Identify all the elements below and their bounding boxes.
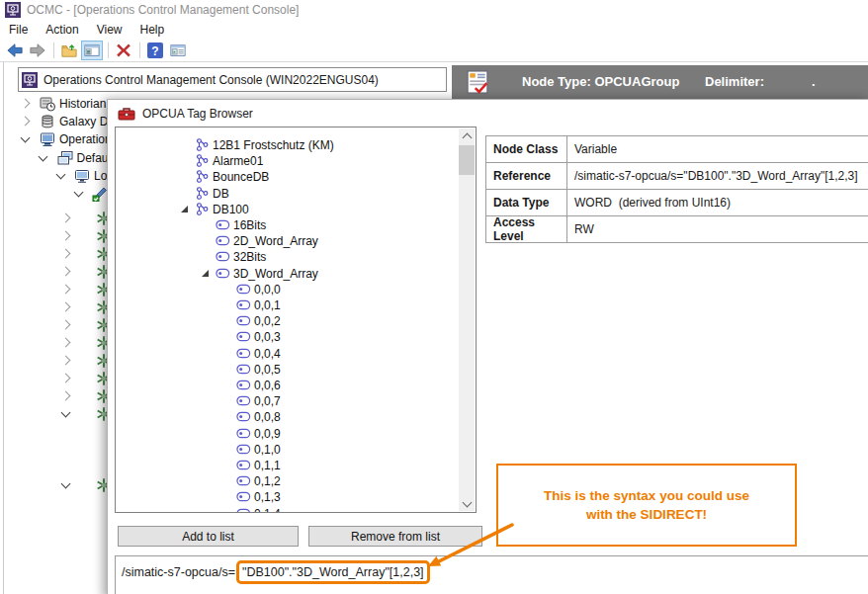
- console-root-label: Operations Control Management Console (W…: [43, 73, 379, 87]
- tag-tree-item[interactable]: 0,0,9: [116, 426, 458, 442]
- tag-tree-item[interactable]: 3D_Word_Array: [116, 266, 458, 282]
- chevron-right-icon[interactable]: [61, 356, 71, 366]
- chevron-down-icon[interactable]: [61, 479, 71, 489]
- chevron-right-icon[interactable]: [61, 285, 71, 295]
- tag-tree-item[interactable]: 0,0,4: [116, 346, 458, 362]
- tag-tree-item-label: BounceDB: [213, 170, 269, 184]
- menu-item-action[interactable]: Action: [37, 21, 87, 39]
- show-properties-icon[interactable]: [81, 41, 103, 60]
- chevron-right-icon[interactable]: [61, 391, 71, 401]
- menu-item-file[interactable]: File: [0, 21, 37, 39]
- chevron-right-icon[interactable]: [61, 249, 71, 259]
- tag-tree-item-label: 0,0,3: [254, 330, 281, 344]
- property-value: WORD (derived from UInt16): [567, 190, 868, 215]
- console-root-node[interactable]: Operations Control Management Console (W…: [18, 67, 447, 92]
- forward-icon[interactable]: [27, 41, 48, 60]
- menu-bar: FileActionViewHelp: [0, 20, 868, 40]
- tag-tree-item-label: DB: [213, 187, 229, 201]
- tree-item-label: Historian: [59, 97, 106, 111]
- chevron-down-icon[interactable]: [21, 133, 31, 143]
- opcua-tag-icon: [236, 363, 251, 376]
- tag-tree-item[interactable]: DB: [116, 186, 458, 202]
- tag-tree-item-label: 0,0,6: [254, 379, 281, 392]
- property-value: RW: [567, 216, 868, 242]
- chevron-down-icon[interactable]: [74, 188, 84, 198]
- tag-tree-panel[interactable]: 12B1 Frostschutz (KM)Alarme01BounceDBDBD…: [115, 127, 477, 513]
- tag-tree-item-label: 32Bits: [233, 250, 266, 264]
- tag-tree-item[interactable]: 0,1,1: [116, 458, 458, 473]
- tag-tree-item[interactable]: BounceDB: [116, 169, 458, 185]
- ocmc-app-icon: [5, 2, 21, 18]
- chevron-right-icon[interactable]: [61, 213, 71, 223]
- tag-tree-item[interactable]: 32Bits: [116, 249, 458, 265]
- chevron-right-icon[interactable]: [61, 267, 71, 277]
- tag-tree-item[interactable]: 0,1,3: [116, 489, 458, 505]
- tag-tree-item[interactable]: 0,0,5: [116, 362, 458, 378]
- tag-tree-item[interactable]: 0,1,2: [116, 473, 458, 489]
- chevron-down-icon[interactable]: [61, 408, 71, 418]
- property-name: Reference: [486, 163, 567, 189]
- add-to-list-button[interactable]: Add to list: [118, 526, 299, 547]
- node-properties-table: Node ClassVariableReference/simatic-s7-o…: [485, 135, 868, 243]
- property-row: Data TypeWORD (derived from UInt16): [486, 190, 868, 216]
- opcua-tag-icon: [236, 459, 251, 471]
- tag-tree-item[interactable]: 0,1,0: [116, 442, 458, 458]
- tag-tree-item[interactable]: 2D_Word_Array: [116, 233, 458, 249]
- delimiter-label: Delimiter:: [705, 74, 764, 89]
- help-icon[interactable]: ?: [144, 41, 166, 60]
- tag-tree-item[interactable]: 0,0,2: [116, 313, 458, 329]
- expanded-triangle-icon[interactable]: [202, 270, 209, 277]
- chevron-right-icon[interactable]: [21, 117, 31, 127]
- expanded-triangle-icon[interactable]: [181, 206, 188, 212]
- chevron-right-icon[interactable]: [61, 302, 71, 312]
- tag-tree-item[interactable]: DB100: [116, 202, 458, 217]
- node-type-bar: Node Type: OPCUAGroup Delimiter: .: [452, 65, 868, 99]
- tag-tree-item-label: 0,0,7: [254, 394, 281, 408]
- back-icon[interactable]: [4, 41, 26, 60]
- chevron-right-icon[interactable]: [61, 231, 71, 241]
- tag-tree-item-label: 0,0,8: [254, 410, 281, 424]
- scroll-up-icon[interactable]: [459, 128, 475, 143]
- chevron-down-icon[interactable]: [56, 170, 66, 180]
- opcua-tag-icon: [236, 347, 251, 360]
- tag-tree-item[interactable]: 0,0,6: [116, 378, 458, 393]
- tag-tree-item[interactable]: 0,0,1: [116, 297, 458, 313]
- scrollbar-thumb[interactable]: [459, 145, 475, 175]
- tag-tree-item[interactable]: 0,0,3: [116, 329, 458, 345]
- chevron-right-icon[interactable]: [61, 338, 71, 348]
- chevron-down-icon[interactable]: [39, 152, 48, 162]
- property-row: Access LevelRW: [486, 216, 868, 243]
- delete-icon[interactable]: [113, 41, 134, 60]
- export-list-icon[interactable]: [58, 41, 80, 60]
- reference-highlight-annotation: "DB100"."3D_Word_Array"[1,2,3]: [236, 560, 430, 584]
- opcua-group-icon: [195, 187, 210, 200]
- opcua-tag-icon: [236, 330, 251, 343]
- tag-tree-item[interactable]: Alarme01: [116, 153, 458, 169]
- menu-item-view[interactable]: View: [88, 21, 131, 39]
- tag-tree-item-label: 0,1,1: [254, 459, 281, 472]
- opcua-tag-icon: [236, 427, 251, 440]
- tag-tree-item-label: 16Bits: [233, 218, 266, 232]
- show-window-icon[interactable]: [167, 41, 189, 60]
- property-name: Data Type: [486, 190, 567, 215]
- tag-tree-item-label: 0,0,1: [254, 298, 281, 312]
- svg-text:?: ?: [151, 44, 158, 58]
- tag-tree-item-label: 0,0,4: [254, 347, 281, 361]
- node-group-icon: [57, 150, 73, 166]
- tree-scrollbar[interactable]: [459, 128, 475, 511]
- annotation-callout: This is the syntax you could use with th…: [496, 464, 797, 547]
- tag-tree-item-label: 0,1,0: [254, 443, 281, 457]
- chevron-right-icon[interactable]: [61, 320, 71, 330]
- property-name: Node Class: [486, 136, 567, 162]
- tag-tree-item[interactable]: 12B1 Frostschutz (KM): [116, 137, 458, 153]
- opcua-group-icon: [195, 170, 210, 183]
- chevron-right-icon[interactable]: [61, 374, 71, 383]
- tag-tree-item[interactable]: 16Bits: [116, 217, 458, 233]
- tag-tree-item[interactable]: 0,0,7: [116, 393, 458, 409]
- chevron-right-icon[interactable]: [21, 99, 31, 109]
- menu-item-help[interactable]: Help: [131, 21, 174, 39]
- tag-tree-item-label: 2D_Word_Array: [233, 234, 318, 248]
- tag-tree-item-label: 12B1 Frostschutz (KM): [213, 138, 334, 152]
- tag-tree-item[interactable]: 0,0,8: [116, 409, 458, 425]
- tag-tree-item[interactable]: 0,0,0: [116, 282, 458, 297]
